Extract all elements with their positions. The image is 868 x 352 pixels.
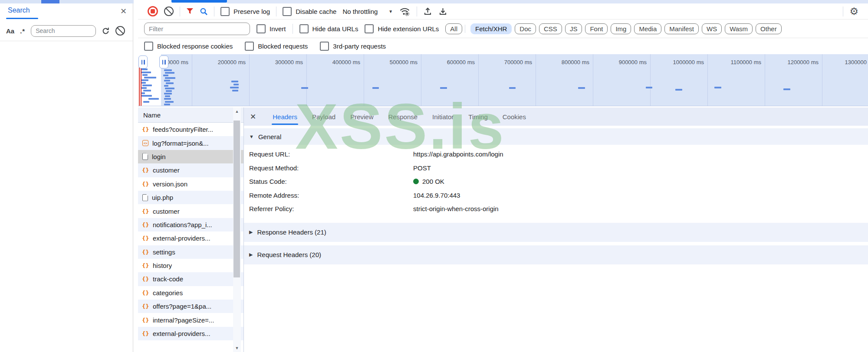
- waterfall-bar: [164, 69, 172, 71]
- detail-tab[interactable]: Response: [388, 108, 418, 126]
- detail-tab[interactable]: Initiator: [432, 108, 454, 126]
- general-section-title: General: [258, 133, 281, 140]
- request-row[interactable]: track-code: [138, 272, 243, 286]
- invert-toggle[interactable]: Invert: [256, 24, 286, 33]
- detail-tab[interactable]: Headers: [273, 108, 297, 126]
- headers-sections: Response Headers (21) Request Headers (2…: [244, 223, 868, 264]
- export-har-icon[interactable]: [438, 7, 447, 16]
- hide-extension-urls-toggle[interactable]: Hide extension URLs: [365, 24, 439, 33]
- gear-icon[interactable]: ⚙: [849, 7, 858, 16]
- filter-pill[interactable]: WS: [702, 23, 722, 34]
- filter-pill[interactable]: Other: [756, 23, 782, 34]
- third-party-requests-checkbox[interactable]: [320, 42, 329, 51]
- scroll-up-icon[interactable]: ▲: [233, 108, 241, 115]
- filter-pill[interactable]: Fetch/XHR: [470, 23, 512, 34]
- requests-scrollbar[interactable]: ▲ ▼: [233, 108, 241, 352]
- request-row[interactable]: log?format=json&...: [138, 136, 243, 150]
- detail-tab[interactable]: Cookies: [503, 108, 526, 126]
- timeline-tick-label: 1100000 ms: [700, 59, 761, 65]
- filter-pill[interactable]: Media: [634, 23, 661, 34]
- blocked-requests-toggle[interactable]: Blocked requests: [245, 42, 308, 51]
- name-column-header[interactable]: Name: [138, 108, 243, 123]
- invert-checkbox[interactable]: [256, 24, 266, 33]
- clear-search-icon[interactable]: [115, 26, 125, 36]
- blocked-response-cookies-toggle[interactable]: Blocked response cookies: [144, 42, 233, 51]
- request-row[interactable]: history: [138, 259, 243, 272]
- close-icon[interactable]: ✕: [120, 7, 127, 16]
- request-row[interactable]: customer: [138, 204, 243, 218]
- headers-section-toggle[interactable]: Response Headers (21): [244, 223, 868, 242]
- filter-pill[interactable]: Manifest: [664, 23, 699, 34]
- preserve-log-toggle[interactable]: Preserve log: [220, 7, 270, 16]
- filter-pill[interactable]: Font: [585, 23, 608, 34]
- scroll-down-icon[interactable]: ▼: [233, 344, 241, 352]
- blocked-response-cookies-checkbox[interactable]: [144, 42, 153, 51]
- request-row[interactable]: customer: [138, 163, 243, 177]
- headers-section-toggle[interactable]: Request Headers (20): [244, 245, 868, 264]
- detail-tab[interactable]: Preview: [350, 108, 373, 126]
- request-row[interactable]: login: [138, 150, 243, 163]
- throttling-dropdown[interactable]: No throttling ▼: [342, 8, 393, 15]
- timeline-right-handle[interactable]: [159, 55, 168, 68]
- search-tab-underline: [6, 18, 38, 19]
- timeline-tick-label: 400000 ms: [299, 59, 360, 65]
- filter-pill[interactable]: Wasm: [725, 23, 753, 34]
- scrollbar-thumb[interactable]: [233, 121, 240, 277]
- search-input[interactable]: [31, 25, 96, 37]
- request-row[interactable]: categories: [138, 286, 243, 300]
- request-type-icon: [142, 330, 149, 337]
- filter-pill-label: Manifest: [669, 25, 694, 33]
- waterfall-bar: [233, 84, 239, 85]
- request-row[interactable]: offers?page=1&pa...: [138, 300, 243, 313]
- filter-pill[interactable]: JS: [565, 23, 582, 34]
- general-row-value: POST: [413, 164, 431, 172]
- disable-cache-toggle[interactable]: Disable cache: [283, 7, 336, 16]
- request-row[interactable]: external-providers...: [138, 231, 243, 245]
- throttling-value: No throttling: [342, 8, 378, 15]
- regex-button[interactable]: .*: [20, 27, 25, 35]
- filter-pill[interactable]: All: [445, 23, 462, 34]
- timeline-left-handle[interactable]: [138, 55, 148, 68]
- detail-tab-label: Response: [388, 113, 418, 121]
- request-type-icon: [142, 208, 149, 215]
- overview-canvas[interactable]: 00000 ms200000 ms300000 ms400000 ms50000…: [138, 54, 868, 106]
- general-section-header[interactable]: ▼ General: [244, 128, 868, 145]
- third-party-requests-toggle[interactable]: 3rd-party requests: [320, 42, 386, 51]
- filter-funnel-icon[interactable]: [186, 8, 194, 15]
- waterfall-bar: [230, 87, 239, 88]
- waterfall-bar: [166, 90, 172, 92]
- request-row[interactable]: uip.php: [138, 191, 243, 204]
- hide-data-urls-toggle[interactable]: Hide data URLs: [299, 24, 358, 33]
- request-type-icon: [142, 194, 148, 201]
- detail-tab[interactable]: Payload: [312, 108, 335, 126]
- disable-cache-checkbox[interactable]: [283, 7, 292, 16]
- filter-pill[interactable]: CSS: [539, 23, 562, 34]
- filter-pill[interactable]: Img: [611, 23, 631, 34]
- status-dot-icon: [413, 179, 419, 184]
- request-row[interactable]: external-providers...: [138, 327, 243, 340]
- filter-pill-label: CSS: [544, 25, 557, 33]
- request-row[interactable]: version.json: [138, 177, 243, 191]
- request-row[interactable]: feeds?countryFilter...: [138, 123, 243, 136]
- filter-pill[interactable]: Doc: [515, 23, 536, 34]
- waterfall-bar: [164, 93, 172, 95]
- filter-input[interactable]: [144, 23, 250, 35]
- network-conditions-icon[interactable]: [399, 7, 411, 16]
- hide-data-urls-checkbox[interactable]: [299, 24, 309, 33]
- clear-network-log-icon[interactable]: [164, 7, 174, 16]
- preserve-log-checkbox[interactable]: [220, 7, 230, 16]
- request-row[interactable]: notifications?app_i...: [138, 218, 243, 231]
- match-case-button[interactable]: Aa: [6, 27, 14, 35]
- general-row-label: Request URL:: [249, 150, 413, 158]
- hide-extension-urls-checkbox[interactable]: [365, 24, 374, 33]
- close-details-icon[interactable]: ✕: [250, 112, 256, 121]
- blocked-requests-checkbox[interactable]: [245, 42, 254, 51]
- search-icon[interactable]: [200, 7, 208, 16]
- import-har-icon[interactable]: [423, 7, 432, 16]
- refresh-icon[interactable]: [102, 27, 110, 35]
- request-row[interactable]: internal?pageSize=...: [138, 313, 243, 326]
- record-network-log-button[interactable]: [148, 6, 158, 16]
- request-name: offers?page=1&pa...: [153, 303, 211, 310]
- detail-tab[interactable]: Timing: [468, 108, 487, 126]
- request-row[interactable]: settings: [138, 245, 243, 259]
